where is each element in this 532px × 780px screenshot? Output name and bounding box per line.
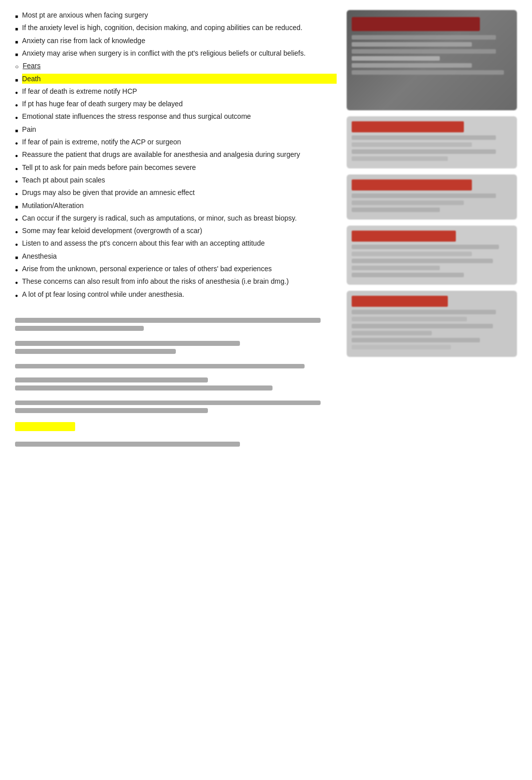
panel-line <box>352 331 432 335</box>
item-text: Anxiety can rise from lack of knowledge <box>22 36 337 46</box>
list-item: If fear of pain is extreme, notify the A… <box>15 137 337 147</box>
highlighted-text <box>15 422 75 431</box>
panel-title-bar <box>352 17 480 31</box>
panel-line <box>352 193 496 198</box>
item-text: Emotional state influences the stress re… <box>22 111 337 121</box>
blur-line <box>15 377 208 382</box>
blur-line <box>15 401 321 405</box>
bullet-icon <box>15 36 18 46</box>
item-text: Most pt are anxious when facing surgery <box>22 10 337 20</box>
panel-line <box>352 324 493 328</box>
bullet-icon <box>15 226 18 236</box>
item-text: Listen to and assess the pt's concern ab… <box>22 238 337 248</box>
panel-line <box>352 201 464 205</box>
list-item-mutilation: Mutilation/Alteration <box>15 201 337 211</box>
item-text: Pain <box>22 124 337 134</box>
list-item: Listen to and assess the pt's concern ab… <box>15 238 337 249</box>
right-panel-mutilation <box>347 226 517 285</box>
item-text: Anxiety may arise when surgery is in con… <box>22 48 337 58</box>
item-text: Reassure the patient that drugs are avai… <box>22 149 337 159</box>
right-panel-death <box>347 116 517 168</box>
bullet-icon <box>15 201 18 211</box>
panel-line <box>352 245 499 249</box>
bullet-icon <box>15 277 18 287</box>
list-item: If pt has huge fear of death surgery may… <box>15 99 337 109</box>
bottom-blurred-section <box>15 310 337 447</box>
blur-line <box>15 408 208 413</box>
panel-line <box>352 310 496 314</box>
item-text: Mutilation/Alteration <box>22 201 337 211</box>
bullet-icon <box>15 99 18 109</box>
panel-line <box>352 252 472 256</box>
bullet-icon <box>15 264 18 274</box>
section-header <box>352 231 456 242</box>
bullet-icon <box>15 87 18 97</box>
item-text: Teach pt about pain scales <box>22 175 337 185</box>
section-header <box>352 296 448 307</box>
list-item: If the anxiety level is high, cognition,… <box>15 23 337 33</box>
blur-line <box>15 341 240 346</box>
list-item: Anxiety may arise when surgery is in con… <box>15 48 337 59</box>
list-item: These concerns can also result from info… <box>15 276 337 287</box>
bullet-icon <box>15 214 18 224</box>
panel-line <box>352 49 496 54</box>
item-text: If pt has huge fear of death surgery may… <box>22 99 337 109</box>
item-text: A lot of pt fear losing control while un… <box>22 289 337 299</box>
panel-line <box>352 149 496 154</box>
panel-line <box>352 317 467 321</box>
section-header <box>352 121 464 132</box>
list-item-drugs: Drugs may also be given that provide an … <box>15 187 337 198</box>
bullet-icon <box>15 290 18 300</box>
blur-line <box>15 442 240 447</box>
blur-line <box>15 318 321 323</box>
item-text-fears: Fears <box>23 61 337 71</box>
panel-line <box>352 42 472 47</box>
list-item: Anxiety can rise from lack of knowledge <box>15 36 337 46</box>
list-item: If fear of death is extreme notify HCP <box>15 86 337 97</box>
bullet-icon <box>15 74 18 84</box>
right-column <box>347 10 517 450</box>
bullet-icon <box>15 49 18 59</box>
section-header <box>352 179 472 190</box>
list-item: Most pt are anxious when facing surgery <box>15 10 337 21</box>
blur-line <box>15 326 144 331</box>
panel-line <box>352 338 480 342</box>
bullet-icon <box>15 61 19 71</box>
bullet-icon <box>15 175 18 185</box>
panel-line <box>352 259 493 263</box>
blur-line <box>15 385 273 391</box>
right-panel-pain <box>347 174 517 220</box>
item-text: If fear of death is extreme notify HCP <box>22 86 337 96</box>
panel-line <box>352 142 472 147</box>
item-text: Arise from the unknown, personal experie… <box>22 264 337 274</box>
item-text: Can occur if the surgery is radical, suc… <box>22 213 337 223</box>
panel-line <box>352 156 448 161</box>
main-list: Most pt are anxious when facing surgery … <box>15 10 337 300</box>
list-item: Can occur if the surgery is radical, suc… <box>15 213 337 224</box>
list-item: A lot of pt fear losing control while un… <box>15 289 337 300</box>
panel-line <box>352 35 496 40</box>
page-layout: Most pt are anxious when facing surgery … <box>15 10 517 450</box>
bullet-icon <box>15 137 18 147</box>
item-text: If the anxiety level is high, cognition,… <box>22 23 337 33</box>
panel-line <box>352 345 451 349</box>
bullet-icon <box>15 239 18 249</box>
item-text: Drugs may also be given that provide an … <box>22 187 337 198</box>
bullet-icon <box>15 252 18 262</box>
item-text-death: Death <box>22 74 337 84</box>
item-text: Tell pt to ask for pain meds before pain… <box>22 162 337 172</box>
list-item: Reassure the patient that drugs are avai… <box>15 149 337 160</box>
list-item: Some may fear keloid development (overgr… <box>15 226 337 236</box>
bullet-icon <box>15 11 18 21</box>
panel-line <box>352 135 496 140</box>
bullet-icon <box>15 163 18 173</box>
left-column: Most pt are anxious when facing surgery … <box>15 10 337 450</box>
item-text: These concerns can also result from info… <box>22 276 337 286</box>
right-panel-1 <box>347 10 517 110</box>
bullet-icon <box>15 125 18 135</box>
blur-line <box>15 364 305 368</box>
panel-line <box>352 208 440 212</box>
blur-line <box>15 349 176 354</box>
panel-line <box>352 70 504 75</box>
list-item: Tell pt to ask for pain meds before pain… <box>15 162 337 173</box>
